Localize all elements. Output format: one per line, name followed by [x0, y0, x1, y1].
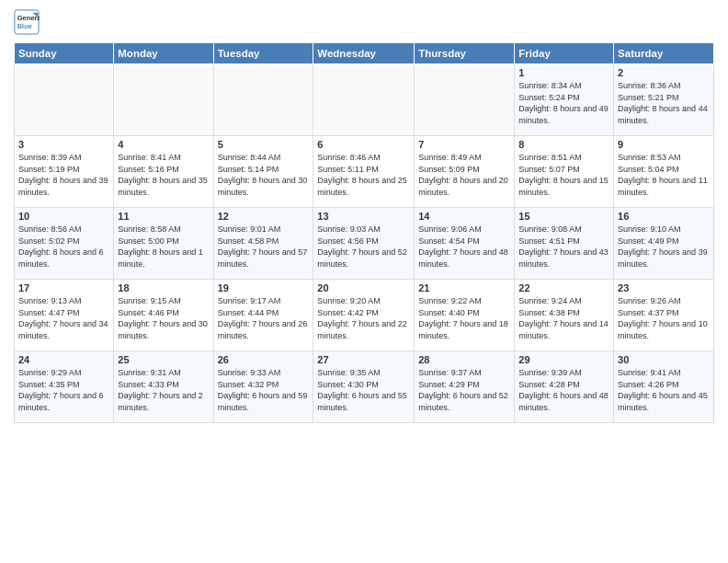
- dow-header: Friday: [515, 43, 614, 64]
- calendar-cell: 9Sunrise: 8:53 AM Sunset: 5:04 PM Daylig…: [614, 136, 714, 208]
- day-info: Sunrise: 8:49 AM Sunset: 5:09 PM Dayligh…: [418, 152, 510, 198]
- day-info: Sunrise: 9:22 AM Sunset: 4:40 PM Dayligh…: [418, 295, 510, 341]
- day-info: Sunrise: 9:39 AM Sunset: 4:28 PM Dayligh…: [518, 367, 609, 413]
- calendar-cell: 14Sunrise: 9:06 AM Sunset: 4:54 PM Dayli…: [415, 208, 515, 280]
- day-info: Sunrise: 8:53 AM Sunset: 5:04 PM Dayligh…: [618, 152, 710, 198]
- calendar: SundayMondayTuesdayWednesdayThursdayFrid…: [14, 42, 714, 423]
- calendar-cell: 16Sunrise: 9:10 AM Sunset: 4:49 PM Dayli…: [614, 208, 714, 280]
- calendar-body: 1Sunrise: 8:34 AM Sunset: 5:24 PM Daylig…: [15, 64, 714, 423]
- calendar-cell: 4Sunrise: 8:41 AM Sunset: 5:16 PM Daylig…: [114, 136, 213, 208]
- logo: General Blue: [14, 9, 40, 35]
- calendar-cell: 19Sunrise: 9:17 AM Sunset: 4:44 PM Dayli…: [213, 280, 313, 351]
- day-number: 2: [618, 67, 710, 78]
- day-info: Sunrise: 9:24 AM Sunset: 4:38 PM Dayligh…: [518, 295, 609, 341]
- page-container: General Blue SundayMondayTuesdayWednesda…: [0, 0, 728, 428]
- day-info: Sunrise: 9:41 AM Sunset: 4:26 PM Dayligh…: [618, 367, 710, 413]
- day-number: 30: [618, 354, 710, 365]
- calendar-cell: 25Sunrise: 9:31 AM Sunset: 4:33 PM Dayli…: [114, 351, 213, 423]
- day-number: 29: [518, 354, 609, 365]
- day-info: Sunrise: 9:08 AM Sunset: 4:51 PM Dayligh…: [518, 224, 609, 270]
- day-number: 5: [218, 139, 310, 150]
- calendar-cell: 30Sunrise: 9:41 AM Sunset: 4:26 PM Dayli…: [614, 351, 714, 423]
- day-info: Sunrise: 8:56 AM Sunset: 5:02 PM Dayligh…: [18, 224, 109, 270]
- day-number: 27: [317, 354, 410, 365]
- day-info: Sunrise: 9:06 AM Sunset: 4:54 PM Dayligh…: [418, 224, 510, 270]
- day-number: 23: [618, 282, 710, 293]
- calendar-cell: 17Sunrise: 9:13 AM Sunset: 4:47 PM Dayli…: [15, 280, 114, 351]
- day-number: 25: [118, 354, 209, 365]
- day-info: Sunrise: 9:29 AM Sunset: 4:35 PM Dayligh…: [18, 367, 109, 413]
- day-number: 17: [18, 282, 109, 293]
- day-number: 26: [218, 354, 310, 365]
- day-number: 16: [618, 211, 710, 222]
- calendar-week-row: 24Sunrise: 9:29 AM Sunset: 4:35 PM Dayli…: [15, 351, 714, 423]
- calendar-cell: [313, 64, 415, 136]
- calendar-cell: 28Sunrise: 9:37 AM Sunset: 4:29 PM Dayli…: [415, 351, 515, 423]
- calendar-cell: 5Sunrise: 8:44 AM Sunset: 5:14 PM Daylig…: [213, 136, 313, 208]
- day-info: Sunrise: 8:36 AM Sunset: 5:21 PM Dayligh…: [618, 80, 710, 126]
- day-number: 13: [317, 211, 410, 222]
- day-info: Sunrise: 8:34 AM Sunset: 5:24 PM Dayligh…: [518, 80, 609, 126]
- calendar-cell: [213, 64, 313, 136]
- calendar-cell: 2Sunrise: 8:36 AM Sunset: 5:21 PM Daylig…: [614, 64, 714, 136]
- calendar-cell: 24Sunrise: 9:29 AM Sunset: 4:35 PM Dayli…: [15, 351, 114, 423]
- dow-header: Wednesday: [313, 43, 415, 64]
- day-number: 11: [118, 211, 209, 222]
- calendar-cell: 26Sunrise: 9:33 AM Sunset: 4:32 PM Dayli…: [213, 351, 313, 423]
- day-number: 4: [118, 139, 209, 150]
- calendar-cell: 15Sunrise: 9:08 AM Sunset: 4:51 PM Dayli…: [515, 208, 614, 280]
- logo-icon: General Blue: [14, 9, 40, 35]
- day-info: Sunrise: 9:17 AM Sunset: 4:44 PM Dayligh…: [218, 295, 310, 341]
- day-number: 8: [518, 139, 609, 150]
- calendar-cell: [415, 64, 515, 136]
- day-number: 20: [317, 282, 410, 293]
- dow-header: Saturday: [614, 43, 714, 64]
- day-info: Sunrise: 8:46 AM Sunset: 5:11 PM Dayligh…: [317, 152, 410, 198]
- calendar-cell: 10Sunrise: 8:56 AM Sunset: 5:02 PM Dayli…: [15, 208, 114, 280]
- calendar-cell: 20Sunrise: 9:20 AM Sunset: 4:42 PM Dayli…: [313, 280, 415, 351]
- day-info: Sunrise: 8:44 AM Sunset: 5:14 PM Dayligh…: [218, 152, 310, 198]
- calendar-week-row: 10Sunrise: 8:56 AM Sunset: 5:02 PM Dayli…: [15, 208, 714, 280]
- dow-header: Tuesday: [213, 43, 313, 64]
- day-number: 9: [618, 139, 710, 150]
- calendar-week-row: 17Sunrise: 9:13 AM Sunset: 4:47 PM Dayli…: [15, 280, 714, 351]
- day-info: Sunrise: 9:26 AM Sunset: 4:37 PM Dayligh…: [618, 295, 710, 341]
- day-number: 19: [218, 282, 310, 293]
- calendar-cell: [15, 64, 114, 136]
- day-info: Sunrise: 9:37 AM Sunset: 4:29 PM Dayligh…: [418, 367, 510, 413]
- calendar-cell: 21Sunrise: 9:22 AM Sunset: 4:40 PM Dayli…: [415, 280, 515, 351]
- calendar-cell: 23Sunrise: 9:26 AM Sunset: 4:37 PM Dayli…: [614, 280, 714, 351]
- calendar-cell: 8Sunrise: 8:51 AM Sunset: 5:07 PM Daylig…: [515, 136, 614, 208]
- calendar-cell: 18Sunrise: 9:15 AM Sunset: 4:46 PM Dayli…: [114, 280, 213, 351]
- day-number: 3: [18, 139, 109, 150]
- dow-header: Monday: [114, 43, 213, 64]
- svg-text:Blue: Blue: [17, 22, 32, 30]
- day-info: Sunrise: 9:01 AM Sunset: 4:58 PM Dayligh…: [218, 224, 310, 270]
- day-info: Sunrise: 9:13 AM Sunset: 4:47 PM Dayligh…: [18, 295, 109, 341]
- day-number: 15: [518, 211, 609, 222]
- day-info: Sunrise: 9:03 AM Sunset: 4:56 PM Dayligh…: [317, 224, 410, 270]
- day-number: 24: [18, 354, 109, 365]
- dow-header: Sunday: [15, 43, 114, 64]
- day-info: Sunrise: 9:33 AM Sunset: 4:32 PM Dayligh…: [218, 367, 310, 413]
- calendar-cell: 13Sunrise: 9:03 AM Sunset: 4:56 PM Dayli…: [313, 208, 415, 280]
- day-number: 18: [118, 282, 209, 293]
- day-number: 6: [317, 139, 410, 150]
- day-info: Sunrise: 9:10 AM Sunset: 4:49 PM Dayligh…: [618, 224, 710, 270]
- day-info: Sunrise: 9:15 AM Sunset: 4:46 PM Dayligh…: [118, 295, 209, 341]
- day-info: Sunrise: 9:20 AM Sunset: 4:42 PM Dayligh…: [317, 295, 410, 341]
- calendar-cell: [114, 64, 213, 136]
- day-number: 22: [518, 282, 609, 293]
- calendar-cell: 11Sunrise: 8:58 AM Sunset: 5:00 PM Dayli…: [114, 208, 213, 280]
- day-number: 10: [18, 211, 109, 222]
- day-number: 28: [418, 354, 510, 365]
- day-info: Sunrise: 8:58 AM Sunset: 5:00 PM Dayligh…: [118, 224, 209, 270]
- calendar-week-row: 1Sunrise: 8:34 AM Sunset: 5:24 PM Daylig…: [15, 64, 714, 136]
- day-number: 21: [418, 282, 510, 293]
- calendar-cell: 6Sunrise: 8:46 AM Sunset: 5:11 PM Daylig…: [313, 136, 415, 208]
- calendar-cell: 1Sunrise: 8:34 AM Sunset: 5:24 PM Daylig…: [515, 64, 614, 136]
- day-number: 14: [418, 211, 510, 222]
- days-of-week-row: SundayMondayTuesdayWednesdayThursdayFrid…: [15, 43, 714, 64]
- calendar-week-row: 3Sunrise: 8:39 AM Sunset: 5:19 PM Daylig…: [15, 136, 714, 208]
- calendar-cell: 22Sunrise: 9:24 AM Sunset: 4:38 PM Dayli…: [515, 280, 614, 351]
